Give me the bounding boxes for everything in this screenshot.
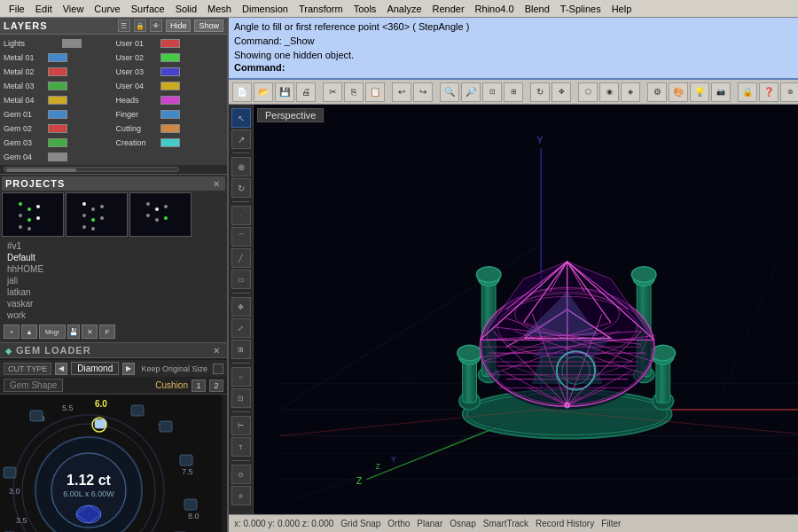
menu-render[interactable]: Render (427, 3, 470, 15)
tb-material-btn[interactable]: 🎨 (669, 82, 688, 102)
layers-vis-icon[interactable]: 👁 (150, 20, 162, 32)
menu-mesh[interactable]: Mesh (202, 3, 237, 15)
tb-new-btn[interactable]: 📄 (232, 82, 252, 102)
layer-gem04[interactable]: Gem 04 (2, 150, 113, 163)
layer-metal02[interactable]: Metal 02 (2, 65, 113, 78)
layer-metal03[interactable]: Metal 03 (2, 79, 113, 92)
layer-creation[interactable]: Creation (114, 136, 226, 149)
tb-rotate-btn[interactable]: ↻ (530, 82, 550, 102)
tb-light-btn[interactable]: 💡 (690, 82, 709, 102)
tool-grid-btn[interactable]: # (231, 486, 251, 505)
tb-copy-btn[interactable]: ⎘ (344, 82, 364, 102)
project-up-btn[interactable]: ▲ (21, 325, 37, 339)
layers-show-btn[interactable]: Show (194, 20, 223, 32)
tb-print-btn[interactable]: 🖨 (296, 82, 316, 102)
project-item-default[interactable]: Default (5, 252, 222, 263)
status-smarttrack[interactable]: SmartTrack (483, 519, 528, 528)
tb-paste-btn[interactable]: 📋 (365, 82, 385, 102)
project-del-btn[interactable]: ✕ (82, 325, 98, 339)
status-osnap[interactable]: Osnap (450, 519, 475, 528)
layers-lock-icon[interactable]: 🔒 (134, 20, 146, 32)
menu-dimension[interactable]: Dimension (237, 3, 293, 15)
cut-type-next-btn[interactable]: ▶ (122, 363, 135, 375)
tb-camera-btn[interactable]: 📷 (711, 82, 731, 102)
tb-undo-btn[interactable]: ↩ (392, 82, 411, 102)
project-item-hhhome[interactable]: hhHOME (5, 263, 222, 275)
tb-zoom-in-btn[interactable]: 🔍 (440, 82, 459, 102)
tool-curve-btn[interactable]: ⌒ (231, 227, 251, 246)
project-add-btn[interactable]: + (4, 325, 20, 339)
menu-analyze[interactable]: Analyze (381, 3, 426, 15)
menu-rhino[interactable]: Rhino4.0 (470, 3, 520, 15)
tb-lock-btn[interactable]: 🔒 (738, 82, 757, 102)
tool-text-btn[interactable]: T (231, 437, 251, 457)
project-extra-btn[interactable]: F (99, 325, 115, 339)
tool-extrude-btn[interactable]: ⊡ (231, 388, 251, 408)
tool-select2-btn[interactable]: ↗ (231, 129, 251, 149)
scene-3d[interactable]: X Y Z Z Y (254, 105, 798, 514)
menu-edit[interactable]: Edit (30, 3, 58, 15)
tb-wireframe-btn[interactable]: ⬡ (578, 82, 598, 102)
menu-file[interactable]: File (4, 3, 30, 15)
tool-line-btn[interactable]: ╱ (231, 248, 251, 268)
menu-view[interactable]: View (58, 3, 90, 15)
tb-open-btn[interactable]: 📂 (254, 82, 273, 102)
tb-settings-btn[interactable]: ⚙ (647, 82, 667, 102)
project-thumb-3[interactable]: 3 (129, 192, 192, 237)
project-item-vaskar[interactable]: vaskar (5, 298, 222, 309)
layer-metal01[interactable]: Metal 01 (2, 51, 113, 64)
tb-save-btn[interactable]: 💾 (275, 82, 294, 102)
tb-render-btn[interactable]: ◈ (621, 82, 640, 102)
layer-gem02[interactable]: Gem 02 (2, 121, 113, 135)
projects-close-btn[interactable]: ✕ (211, 179, 222, 189)
cut-type-prev-btn[interactable]: ◀ (55, 363, 67, 375)
layers-new-icon[interactable]: ☰ (118, 20, 130, 32)
menu-help[interactable]: Help (606, 3, 638, 15)
tool-scale-btn[interactable]: ⤢ (231, 318, 251, 338)
status-history[interactable]: Record History (536, 519, 594, 528)
tb-zoom-all-btn[interactable]: ⊞ (504, 82, 523, 102)
gem-num-2-btn[interactable]: 2 (209, 379, 223, 392)
layer-metal04[interactable]: Metal 04 (2, 93, 113, 106)
tb-zoom-out-btn[interactable]: 🔎 (461, 82, 481, 102)
menu-blend[interactable]: Blend (520, 3, 555, 15)
menu-tools[interactable]: Tools (348, 3, 382, 15)
tool-mirror-btn[interactable]: ⊞ (231, 340, 251, 359)
menu-curve[interactable]: Curve (89, 3, 125, 15)
layer-cutting[interactable]: Cutting (114, 121, 226, 135)
tool-snap-btn[interactable]: ⊙ (231, 465, 251, 484)
cmd-prompt[interactable]: Command: (234, 62, 798, 73)
project-item-latkan[interactable]: latkan (5, 286, 222, 298)
project-thumb-2[interactable]: 2 (66, 192, 128, 237)
layer-gem01[interactable]: Gem 01 (2, 107, 113, 121)
tool-point-btn[interactable]: · (231, 206, 251, 225)
project-item-work[interactable]: work (5, 309, 222, 321)
menu-transform[interactable]: Transform (293, 3, 348, 15)
tb-redo-btn[interactable]: ↪ (413, 82, 433, 102)
layers-hide-btn[interactable]: Hide (166, 20, 192, 32)
viewport-3d[interactable]: ↖ ↗ ⊕ ↻ · ⌒ ╱ ▭ ✥ ⤢ ⊞ ○ ⊡ ⊢ T (229, 105, 798, 514)
tb-pan-btn[interactable]: ✥ (552, 82, 571, 102)
tb-zoom-fit-btn[interactable]: ⊡ (482, 82, 502, 102)
menu-surface[interactable]: Surface (126, 3, 170, 15)
tb-shade-btn[interactable]: ◉ (599, 82, 619, 102)
layer-finger[interactable]: Finger (114, 107, 226, 121)
tool-box-btn[interactable]: ▭ (231, 270, 251, 289)
tb-help-btn[interactable]: ❓ (759, 82, 778, 102)
layer-user01[interactable]: User 01 (114, 36, 226, 50)
tool-move-btn[interactable]: ✥ (231, 297, 251, 317)
keep-original-checkbox[interactable] (213, 364, 223, 374)
project-mgr-btn[interactable]: Mngr (39, 325, 66, 339)
tb-cut-btn[interactable]: ✂ (323, 82, 342, 102)
gem-num-1-btn[interactable]: 1 (192, 379, 206, 392)
tool-dim-btn[interactable]: ⊢ (231, 416, 251, 435)
menu-solid[interactable]: Solid (170, 3, 202, 15)
status-ortho[interactable]: Ortho (387, 519, 410, 528)
layer-gem03[interactable]: Gem 03 (2, 136, 113, 149)
status-planar[interactable]: Planar (417, 519, 442, 528)
status-snap[interactable]: Grid Snap (340, 519, 380, 528)
project-item-jali[interactable]: jali (5, 275, 222, 286)
tool-select-btn[interactable]: ↖ (231, 108, 251, 128)
layer-heads[interactable]: Heads (114, 93, 226, 106)
layer-user02[interactable]: User 02 (114, 51, 226, 64)
